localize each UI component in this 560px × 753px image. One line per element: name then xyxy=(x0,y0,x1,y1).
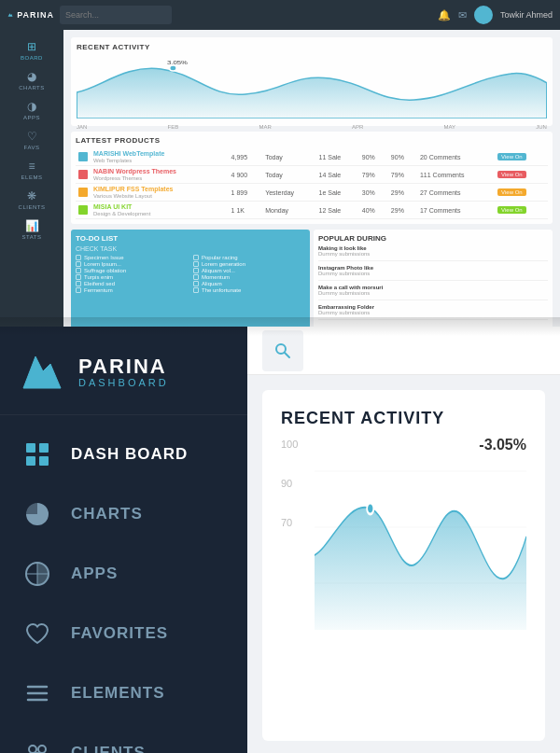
small-nav-label-elements: Elems xyxy=(21,174,43,180)
svg-line-19 xyxy=(285,353,289,357)
small-nav-label-stats: Stats xyxy=(22,234,42,240)
large-activity-card: RECENT ACTIVITY 100 90 70 -3.05% xyxy=(262,390,545,741)
month-apr: APR xyxy=(352,124,363,130)
large-nav-label-apps: APPS xyxy=(71,565,118,583)
product-name-1: MARISHI WebTemplate xyxy=(93,150,164,157)
small-nav-label-charts: Charts xyxy=(19,85,45,91)
large-logo-area: PARINA DASHBOARD xyxy=(0,327,247,415)
small-chart-container: 3.05% JAN FEB MAR APR MAY JUN xyxy=(77,55,547,120)
large-chart-svg xyxy=(315,443,526,630)
large-nav-label-charts: CHARTS xyxy=(71,505,143,523)
small-products-card: LATTEST PRODUCTS MARISHI WebTemplateWeb … xyxy=(71,132,553,224)
large-dashboard: PARINA DASHBOARD DASH BOARD xyxy=(0,327,560,753)
small-search-input[interactable] xyxy=(60,6,172,24)
popular-title: POPULAR DURING xyxy=(318,234,548,243)
small-chart-svg: 3.05% xyxy=(77,55,547,119)
month-jun: JUN xyxy=(536,124,547,130)
small-topbar: PARINA 🔔 ✉ Towkir Ahmed xyxy=(0,0,560,30)
y-label-100: 100 xyxy=(281,439,298,450)
svg-text:3.05%: 3.05% xyxy=(167,60,188,65)
small-logo: PARINA xyxy=(7,1,54,29)
large-nav-dashboard[interactable]: DASH BOARD xyxy=(0,425,247,484)
large-logo-icon xyxy=(19,349,65,396)
large-nav-label-dashboard: DASH BOARD xyxy=(71,445,188,464)
small-popular-card: POPULAR DURING Making it look like Dummy… xyxy=(314,230,553,328)
view-btn-3[interactable]: View On xyxy=(497,188,526,196)
small-nav-dashboard[interactable]: ⊞ Board xyxy=(0,35,63,65)
small-nav-label-favorites: Favs xyxy=(24,145,40,150)
month-mar: MAR xyxy=(259,124,271,130)
small-main-content: RECENT ACTIVITY 3.05% xyxy=(63,30,560,336)
product-name-4: MISIA UI KIT xyxy=(93,203,132,210)
popular-item-1: Making it look like Dummy submissions xyxy=(318,245,548,261)
small-username: Towkir Ahmed xyxy=(500,10,553,20)
todo-title: TO-DO LIST xyxy=(76,234,305,243)
table-row: NABIN Wordpress ThemesWordpress Themes 4… xyxy=(76,166,548,184)
small-nav-favorites[interactable]: ♡ Favs xyxy=(0,125,63,155)
small-products-table: MARISHI WebTemplateWeb Templates 4,995To… xyxy=(76,148,548,219)
small-nav-apps[interactable]: ◑ Apps xyxy=(0,95,63,125)
large-nav-apps[interactable]: APPS xyxy=(0,544,247,604)
small-logo-text: PARINA xyxy=(17,10,54,20)
elements-icon-small: ≡ xyxy=(28,160,35,173)
svg-point-16 xyxy=(29,746,36,753)
large-sidebar: PARINA DASHBOARD DASH BOARD xyxy=(0,327,247,753)
large-nav-clients[interactable]: CLIENTS xyxy=(0,723,247,753)
large-content-area: RECENT ACTIVITY 100 90 70 -3.05% xyxy=(247,375,560,753)
large-nav-label-clients: CLIENTS xyxy=(71,744,146,753)
small-nav-label-dashboard: Board xyxy=(21,55,43,61)
large-main-content: RECENT ACTIVITY 100 90 70 -3.05% xyxy=(247,327,560,753)
apps-icon-small: ◑ xyxy=(27,100,36,113)
popular-item-3: Make a call with morsuri Dummy submissio… xyxy=(318,285,548,300)
topbar-left: PARINA xyxy=(7,1,172,29)
clients-icon-small: ❋ xyxy=(27,189,36,202)
view-btn-2[interactable]: View On xyxy=(497,171,526,178)
favorites-icon-large xyxy=(22,619,52,648)
small-dashboard: PARINA 🔔 ✉ Towkir Ahmed ⊞ Board ◕ Charts… xyxy=(0,0,560,336)
bell-icon: 🔔 xyxy=(438,9,451,21)
product-name-2: NABIN Wordpress Themes xyxy=(93,168,176,174)
large-chart-area xyxy=(315,443,526,658)
small-nav-label-clients: Clients xyxy=(19,204,46,210)
svg-point-23 xyxy=(367,503,373,514)
apps-icon-large xyxy=(22,559,52,589)
small-nav-charts[interactable]: ◕ Charts xyxy=(0,65,63,95)
small-nav-clients[interactable]: ❋ Clients xyxy=(0,185,63,215)
small-activity-title: RECENT ACTIVITY xyxy=(77,43,547,51)
product-name-3: KIMLIPUR FSS Templates xyxy=(93,186,173,192)
large-nav-elements[interactable]: ELEMENTS xyxy=(0,663,247,723)
clients-icon-large xyxy=(22,738,52,753)
favorites-icon-small: ♡ xyxy=(27,130,37,143)
small-nav-statistics[interactable]: 📊 Stats xyxy=(0,215,63,244)
large-nav-charts[interactable]: CHARTS xyxy=(0,484,247,544)
small-products-title: LATTEST PRODUCTS xyxy=(76,136,548,145)
table-row: MISIA UI KITDesign & Development 1 1KMon… xyxy=(76,202,548,219)
y-label-90: 90 xyxy=(281,478,298,489)
table-row: KIMLIPUR FSS TemplatesVarious Website La… xyxy=(76,184,548,202)
mail-icon: ✉ xyxy=(458,9,467,21)
view-btn-4[interactable]: View On xyxy=(497,206,526,214)
small-bottom-grid: TO-DO LIST CHECK TASK Specimen Issue Lor… xyxy=(71,230,553,328)
todo-col-1: Specimen Issue Lorem Ipsum... Suffrage o… xyxy=(76,255,188,294)
charts-icon-small: ◕ xyxy=(27,70,36,83)
large-search-box[interactable] xyxy=(262,330,303,371)
month-may: MAY xyxy=(444,124,456,130)
large-nav-favorites[interactable]: FAVORITES xyxy=(0,604,247,663)
large-brand-name: PARINA xyxy=(78,356,169,377)
small-todo-card: TO-DO LIST CHECK TASK Specimen Issue Lor… xyxy=(71,230,310,328)
large-activity-title: RECENT ACTIVITY xyxy=(281,409,526,428)
svg-point-1 xyxy=(170,65,177,71)
dashboard-icon-small: ⊞ xyxy=(27,40,36,53)
large-brand-sub: DASHBOARD xyxy=(78,377,169,388)
svg-point-17 xyxy=(38,746,46,753)
view-btn-1[interactable]: View On xyxy=(497,153,526,160)
svg-rect-6 xyxy=(26,443,35,453)
todo-col-2: Popular racing Lorem generation Aliquam … xyxy=(193,255,305,294)
small-layout: ⊞ Board ◕ Charts ◑ Apps ♡ Favs ≡ Elems ❋… xyxy=(0,30,560,336)
large-logo-text: PARINA DASHBOARD xyxy=(78,356,169,388)
small-nav-elements[interactable]: ≡ Elems xyxy=(0,155,63,185)
dashboard-icon-large xyxy=(22,439,52,469)
month-feb: FEB xyxy=(168,124,179,130)
charts-icon-large xyxy=(22,499,52,529)
topbar-right: 🔔 ✉ Towkir Ahmed xyxy=(438,6,553,24)
